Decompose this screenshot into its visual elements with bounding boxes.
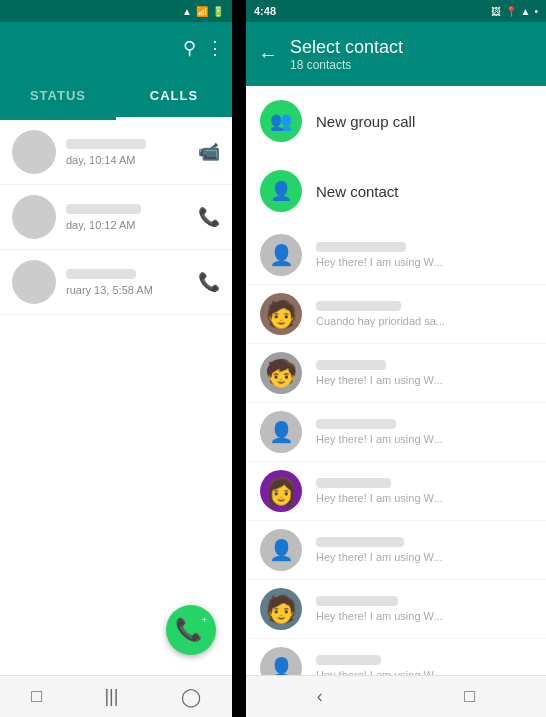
dot-icon: • bbox=[534, 6, 538, 17]
contact-info: Hey there! I am using W... bbox=[316, 360, 532, 386]
new-group-call-item[interactable]: 👥 New group call bbox=[246, 86, 546, 156]
tab-calls[interactable]: CALLS bbox=[116, 74, 232, 120]
home-nav-icon[interactable]: □ bbox=[464, 686, 475, 707]
avatar-placeholder: 🧒 bbox=[260, 352, 302, 394]
avatar-placeholder: 👤 bbox=[260, 411, 302, 453]
group-call-icon: 👥 bbox=[270, 110, 292, 132]
wifi-icon: ▲ bbox=[182, 6, 192, 17]
contact-name-blur bbox=[316, 419, 396, 429]
left-panel: ▲ 📶 🔋 ⚲ ⋮ STATUS CALLS day, 10:14 AM 📹 bbox=[0, 0, 232, 717]
call-name-blur bbox=[66, 204, 141, 214]
status-time: 4:48 bbox=[254, 5, 276, 17]
contact-status: Hey there! I am using W... bbox=[316, 374, 532, 386]
call-time: ruary 13, 5:58 AM bbox=[66, 284, 198, 296]
contact-item[interactable]: 👤 Hey there! I am using W... bbox=[246, 403, 546, 462]
avatar: 👤 bbox=[260, 529, 302, 571]
avatar: 👤 bbox=[260, 647, 302, 675]
bottom-nav-right: ‹ □ bbox=[246, 675, 546, 717]
more-options-icon[interactable]: ⋮ bbox=[206, 37, 224, 59]
avatar: 👤 bbox=[260, 411, 302, 453]
avatar bbox=[12, 195, 56, 239]
contact-status: Hey there! I am using W... bbox=[316, 492, 532, 504]
call-time: day, 10:12 AM bbox=[66, 219, 198, 231]
call-info: day, 10:14 AM bbox=[66, 139, 198, 166]
call-name-blur bbox=[66, 269, 136, 279]
home-nav-icon[interactable]: ||| bbox=[104, 686, 118, 707]
contact-name-blur bbox=[316, 242, 406, 252]
call-item[interactable]: day, 10:14 AM 📹 bbox=[0, 120, 232, 185]
photo-icon: 🖼 bbox=[491, 6, 501, 17]
contact-status: Hey there! I am using W... bbox=[316, 551, 532, 563]
contact-status: Cuando hay prioridad sa... bbox=[316, 315, 532, 327]
bottom-nav-left: □ ||| ◯ bbox=[0, 675, 232, 717]
header-text: Select contact 18 contacts bbox=[290, 37, 403, 72]
contact-name-blur bbox=[316, 478, 391, 488]
phone-call-icon: 📞 bbox=[198, 206, 220, 228]
avatar-placeholder: 🧑 bbox=[260, 588, 302, 630]
contact-item[interactable]: 🧑 Hey there! I am using W... bbox=[246, 580, 546, 639]
black-divider bbox=[232, 0, 246, 717]
avatar-placeholder: 👤 bbox=[260, 647, 302, 675]
contact-name-blur bbox=[316, 596, 398, 606]
contact-status: Hey there! I am using W... bbox=[316, 256, 532, 268]
contact-item[interactable]: 👤 Hey there! I am using W... bbox=[246, 639, 546, 675]
tab-status[interactable]: STATUS bbox=[0, 74, 116, 120]
back-nav-icon[interactable]: □ bbox=[31, 686, 42, 707]
call-item[interactable]: ruary 13, 5:58 AM 📞 bbox=[0, 250, 232, 315]
new-call-fab[interactable]: 📞+ bbox=[166, 605, 216, 655]
avatar bbox=[12, 260, 56, 304]
avatar-placeholder: 🧑 bbox=[260, 293, 302, 335]
new-contact-item[interactable]: 👤 New contact bbox=[246, 156, 546, 226]
search-icon[interactable]: ⚲ bbox=[183, 37, 196, 59]
page-title: Select contact bbox=[290, 37, 403, 58]
right-panel: 4:48 🖼 📍 ▲ • ← Select contact 18 contact… bbox=[246, 0, 546, 717]
group-call-icon-circle: 👥 bbox=[260, 100, 302, 142]
contact-item[interactable]: 👤 Hey there! I am using W... bbox=[246, 521, 546, 580]
contact-info: Hey there! I am using W... bbox=[316, 242, 532, 268]
new-group-call-label: New group call bbox=[316, 113, 415, 130]
avatar: 🧑 bbox=[260, 293, 302, 335]
call-item[interactable]: day, 10:12 AM 📞 bbox=[0, 185, 232, 250]
contact-item[interactable]: 👤 Hey there! I am using W... bbox=[246, 226, 546, 285]
new-contact-label: New contact bbox=[316, 183, 399, 200]
contact-status: Hey there! I am using W... bbox=[316, 433, 532, 445]
contacts-count: 18 contacts bbox=[290, 58, 403, 72]
status-bar-left: ▲ 📶 🔋 bbox=[0, 0, 232, 22]
avatar: 🧒 bbox=[260, 352, 302, 394]
calls-list: day, 10:14 AM 📹 day, 10:12 AM 📞 ruary 13… bbox=[0, 120, 232, 595]
call-info: day, 10:12 AM bbox=[66, 204, 198, 231]
phone-plus-icon: 📞+ bbox=[175, 617, 207, 643]
header-right: ← Select contact 18 contacts bbox=[246, 22, 546, 86]
back-nav-icon[interactable]: ‹ bbox=[317, 686, 323, 707]
battery-icon: 🔋 bbox=[212, 6, 224, 17]
new-contact-icon: 👤 bbox=[270, 180, 292, 202]
avatar: 👩 bbox=[260, 470, 302, 512]
call-info: ruary 13, 5:58 AM bbox=[66, 269, 198, 296]
signal-icon: 📶 bbox=[196, 6, 208, 17]
contact-item[interactable]: 👩 Hey there! I am using W... bbox=[246, 462, 546, 521]
contact-name-blur bbox=[316, 655, 381, 665]
avatar bbox=[12, 130, 56, 174]
tabs-left: STATUS CALLS bbox=[0, 74, 232, 120]
header-left: ⚲ ⋮ bbox=[0, 22, 232, 74]
contact-name-blur bbox=[316, 360, 386, 370]
contact-item[interactable]: 🧒 Hey there! I am using W... bbox=[246, 344, 546, 403]
contact-info: Hey there! I am using W... bbox=[316, 655, 532, 675]
contact-info: Cuando hay prioridad sa... bbox=[316, 301, 532, 327]
call-name-blur bbox=[66, 139, 146, 149]
contact-status: Hey there! I am using W... bbox=[316, 610, 532, 622]
avatar-placeholder: 👤 bbox=[260, 529, 302, 571]
status-icons: 🖼 📍 ▲ • bbox=[491, 6, 538, 17]
contact-info: Hey there! I am using W... bbox=[316, 537, 532, 563]
recents-nav-icon[interactable]: ◯ bbox=[181, 686, 201, 708]
back-button[interactable]: ← bbox=[258, 43, 278, 66]
contact-info: Hey there! I am using W... bbox=[316, 419, 532, 445]
contact-name-blur bbox=[316, 537, 404, 547]
avatar-placeholder: 👤 bbox=[260, 234, 302, 276]
contact-item[interactable]: 🧑 Cuando hay prioridad sa... bbox=[246, 285, 546, 344]
fab-area: 📞+ bbox=[0, 595, 232, 675]
contact-info: Hey there! I am using W... bbox=[316, 596, 532, 622]
status-bar-right: 4:48 🖼 📍 ▲ • bbox=[246, 0, 546, 22]
call-time: day, 10:14 AM bbox=[66, 154, 198, 166]
video-call-icon: 📹 bbox=[198, 141, 220, 163]
